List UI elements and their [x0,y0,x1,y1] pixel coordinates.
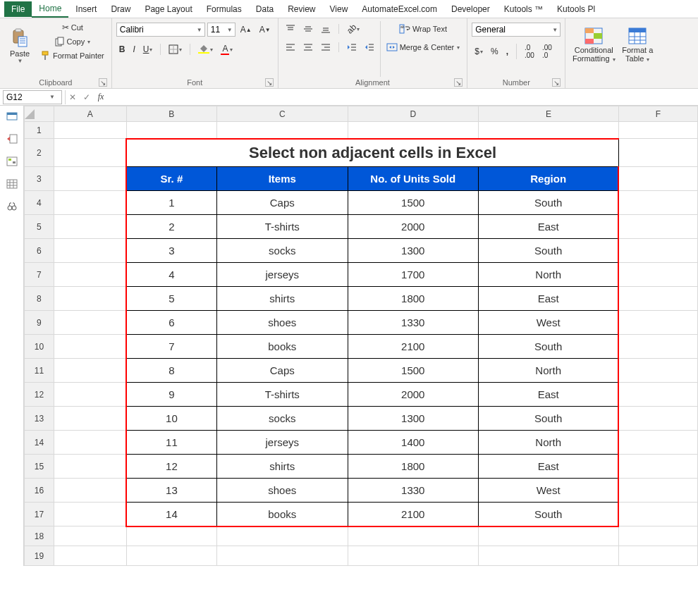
cell[interactable] [618,526,697,546]
cell-item[interactable]: socks [216,407,348,431]
cell[interactable] [54,431,126,455]
cell-sr[interactable]: 2 [126,215,216,239]
cell[interactable] [126,122,216,139]
cell[interactable] [54,479,126,503]
row-header[interactable]: 7 [25,263,54,287]
row-header[interactable]: 1 [25,122,54,139]
header-region[interactable]: Region [478,167,618,191]
cell[interactable] [478,526,618,546]
merge-center-button[interactable]: Merge & Center ▾ [384,41,463,54]
align-center-button[interactable] [300,41,316,54]
title-cell[interactable]: Select non adjacent cells in Excel [126,139,618,167]
cell-item[interactable]: jerseys [216,431,348,455]
header-units[interactable]: No. of Units Sold [348,167,478,191]
tab-kutools-plus[interactable]: Kutools Pl [550,1,602,17]
cell[interactable] [348,526,478,546]
cell[interactable] [618,311,697,335]
cell-units[interactable]: 1700 [348,263,478,287]
row-header[interactable]: 18 [25,526,54,546]
tab-draw[interactable]: Draw [104,1,137,17]
rail-icon-4[interactable] [6,178,18,190]
comma-button[interactable]: , [503,45,511,58]
cell-sr[interactable]: 3 [126,239,216,263]
chevron-down-icon[interactable]: ▼ [47,94,57,100]
row-header[interactable]: 12 [25,383,54,407]
column-header[interactable]: C [216,106,348,122]
cell-region[interactable]: South [478,503,618,526]
cell[interactable] [618,359,697,383]
cell-item[interactable]: T-shirts [216,383,348,407]
cell-item[interactable]: shoes [216,479,348,503]
cell[interactable] [618,263,697,287]
orientation-button[interactable]: ab▾ [344,23,362,35]
cell-region[interactable]: East [478,215,618,239]
cell[interactable] [618,503,697,526]
binoculars-icon[interactable] [6,200,18,213]
cell-item[interactable]: books [216,335,348,359]
cell[interactable] [618,122,697,139]
cell[interactable] [54,239,126,263]
dialog-launcher-icon[interactable]: ↘ [552,78,561,87]
cell-units[interactable]: 1330 [348,479,478,503]
cell-sr[interactable]: 9 [126,383,216,407]
borders-button[interactable]: ▾ [166,43,185,56]
column-header[interactable]: F [618,106,697,122]
align-right-button[interactable] [318,41,333,54]
cell[interactable] [54,546,126,566]
percent-button[interactable]: % [488,45,501,58]
cell-sr[interactable]: 13 [126,479,216,503]
rail-icon-1[interactable] [6,110,18,123]
column-header[interactable]: D [348,106,478,122]
cell[interactable] [618,139,697,167]
tab-view[interactable]: View [323,1,355,17]
tab-insert[interactable]: Insert [68,1,104,17]
font-name-combo[interactable]: ▼ [116,23,205,37]
cell-item[interactable]: T-shirts [216,215,348,239]
cell-sr[interactable]: 12 [126,455,216,479]
cell[interactable] [216,122,348,139]
name-box-input[interactable] [4,92,47,102]
cell-region[interactable]: East [478,287,618,311]
tab-review[interactable]: Review [281,1,322,17]
cell-units[interactable]: 1800 [348,287,478,311]
cell[interactable] [54,191,126,215]
cell[interactable] [126,526,216,546]
cell[interactable] [618,546,697,566]
dialog-launcher-icon[interactable]: ↘ [454,78,463,87]
align-middle-button[interactable] [300,23,316,35]
tab-automate[interactable]: AutomateExcel.com [355,1,444,17]
cell[interactable] [618,239,697,263]
increase-decimal-button[interactable]: .0.00 [522,42,537,61]
align-bottom-button[interactable] [318,23,333,35]
paste-button[interactable]: Paste ▼ [4,20,35,70]
decrease-indent-button[interactable] [344,41,360,54]
font-size-input[interactable] [208,25,225,35]
cell-sr[interactable]: 6 [126,311,216,335]
tab-file[interactable]: File [4,1,32,17]
cell[interactable] [618,383,697,407]
cell[interactable] [54,311,126,335]
row-header[interactable]: 4 [25,191,54,215]
cell-sr[interactable]: 10 [126,407,216,431]
conditional-formatting-button[interactable]: ConditionalFormatting ▾ [570,20,618,70]
number-format-input[interactable] [472,25,550,35]
row-header[interactable]: 10 [25,335,54,359]
cell[interactable] [618,431,697,455]
cell[interactable] [618,335,697,359]
cell[interactable] [216,526,348,546]
cell-units[interactable]: 1800 [348,455,478,479]
cell[interactable] [618,215,697,239]
dialog-launcher-icon[interactable]: ↘ [265,78,274,87]
tab-home[interactable]: Home [32,1,68,18]
cell-units[interactable]: 1500 [348,359,478,383]
cell-sr[interactable]: 5 [126,287,216,311]
cell[interactable] [618,287,697,311]
cell-item[interactable]: books [216,503,348,526]
cell-region[interactable]: North [478,359,618,383]
cell-region[interactable]: South [478,335,618,359]
row-header[interactable]: 15 [25,455,54,479]
font-color-button[interactable]: A▾ [218,42,235,56]
cell-region[interactable]: North [478,431,618,455]
cell[interactable] [54,287,126,311]
cell-units[interactable]: 1300 [348,407,478,431]
